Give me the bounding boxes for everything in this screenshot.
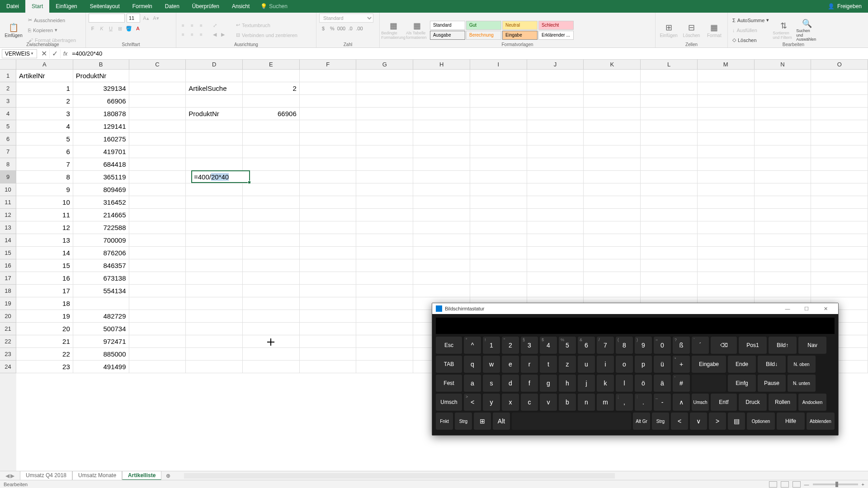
fill-color-button[interactable]: 🪣	[125, 24, 133, 33]
column-header[interactable]: B	[73, 60, 129, 70]
column-header[interactable]: E	[243, 60, 300, 70]
cell[interactable]	[811, 209, 868, 221]
cell[interactable]	[698, 171, 755, 183]
cell[interactable]	[186, 247, 243, 259]
cell[interactable]	[413, 234, 470, 247]
osk-key[interactable]: ⌫	[711, 337, 737, 354]
osk-maximize-button[interactable]: ☐	[797, 304, 816, 313]
cell[interactable]	[584, 108, 641, 120]
osk-key[interactable]: ,;	[616, 394, 633, 411]
cell[interactable]	[186, 196, 243, 209]
cell[interactable]: 673138	[73, 272, 129, 285]
italic-button[interactable]: K	[98, 24, 106, 33]
style-ausgabe[interactable]: Ausgabe	[430, 31, 465, 40]
osk-key[interactable]: q	[464, 356, 481, 373]
cell[interactable]: 14	[16, 247, 73, 259]
cell[interactable]: 17	[16, 285, 73, 297]
cell[interactable]: 722588	[73, 221, 129, 234]
shrink-font-button[interactable]: A▾	[152, 14, 160, 22]
cell[interactable]: 700009	[73, 234, 129, 247]
cell[interactable]	[698, 221, 755, 234]
cell[interactable]	[356, 209, 413, 221]
cell[interactable]	[698, 209, 755, 221]
cut-button[interactable]: ✂Ausschneiden	[26, 16, 78, 25]
cell[interactable]: 11	[16, 209, 73, 221]
cell[interactable]	[584, 234, 641, 247]
cell[interactable]	[527, 133, 584, 145]
cell[interactable]	[356, 183, 413, 196]
cell[interactable]	[584, 158, 641, 171]
osk-key[interactable]: u	[578, 356, 595, 373]
osk-key[interactable]: Strg	[455, 413, 472, 430]
cell[interactable]	[698, 285, 755, 297]
osk-key[interactable]: Pos1	[739, 337, 767, 354]
cell[interactable]	[755, 145, 811, 158]
cell[interactable]	[755, 247, 811, 259]
cell[interactable]	[129, 70, 186, 82]
cell[interactable]	[470, 70, 527, 82]
row-header[interactable]: 14	[0, 234, 16, 247]
osk-key[interactable]: f	[521, 375, 538, 392]
cell[interactable]	[811, 272, 868, 285]
cell[interactable]	[186, 348, 243, 361]
menu-tab-überprüfen[interactable]: Überprüfen	[186, 0, 226, 13]
cell[interactable]	[129, 171, 186, 183]
cell[interactable]	[584, 183, 641, 196]
cell[interactable]	[356, 133, 413, 145]
cell[interactable]	[698, 70, 755, 82]
autosum-button[interactable]: ΣAutoSumme▾	[731, 16, 771, 25]
cell[interactable]	[243, 348, 300, 361]
osk-key[interactable]: .:	[635, 394, 652, 411]
cell[interactable]	[641, 183, 698, 196]
paste-button[interactable]: 📋 Einfügen	[3, 16, 24, 45]
inc-decimal-button[interactable]: .0	[346, 24, 354, 33]
osk-key[interactable]: Ende	[728, 356, 756, 373]
cell[interactable]	[641, 145, 698, 158]
format-cells-button[interactable]: ▦Format	[704, 16, 725, 45]
delete-cells-button[interactable]: ⊟Löschen	[681, 16, 702, 45]
cell[interactable]	[129, 196, 186, 209]
cell[interactable]	[755, 82, 811, 95]
cell[interactable]: ArtikelSuche	[186, 82, 243, 95]
osk-key[interactable]: Alt Gr	[633, 413, 650, 430]
osk-key[interactable]: Fest	[436, 375, 462, 392]
cell[interactable]	[811, 95, 868, 108]
cell[interactable]	[641, 209, 698, 221]
cell[interactable]	[698, 95, 755, 108]
cell[interactable]	[129, 297, 186, 310]
cell[interactable]	[755, 108, 811, 120]
normal-view-button[interactable]	[769, 481, 777, 488]
osk-key[interactable]: l	[616, 375, 633, 392]
cell[interactable]	[129, 95, 186, 108]
cell[interactable]	[527, 145, 584, 158]
osk-key[interactable]: Umsch	[692, 394, 709, 411]
column-header[interactable]: D	[186, 60, 243, 70]
cell[interactable]	[584, 272, 641, 285]
cell[interactable]	[356, 272, 413, 285]
cell[interactable]	[186, 272, 243, 285]
cell[interactable]	[413, 272, 470, 285]
on-screen-keyboard[interactable]: Bildschirmtastatur — ☐ ✕ Esc^°1!2"3§4$5%…	[432, 303, 839, 436]
cell[interactable]	[300, 82, 357, 95]
font-family-input[interactable]	[89, 14, 125, 23]
cell[interactable]	[527, 183, 584, 196]
cell[interactable]	[186, 183, 243, 196]
cell[interactable]	[584, 120, 641, 133]
row-header[interactable]: 20	[0, 310, 16, 323]
cell[interactable]	[527, 247, 584, 259]
formula-input[interactable]	[70, 49, 868, 58]
osk-key[interactable]: ∨	[690, 413, 707, 430]
cell[interactable]	[470, 120, 527, 133]
cell[interactable]	[300, 209, 357, 221]
cell[interactable]	[584, 259, 641, 272]
cell[interactable]	[186, 145, 243, 158]
accept-formula-button[interactable]: ✓	[50, 49, 61, 58]
cell[interactable]	[243, 323, 300, 335]
cell[interactable]: 13	[16, 234, 73, 247]
cell[interactable]	[129, 108, 186, 120]
row-header[interactable]: 18	[0, 285, 16, 297]
osk-key[interactable]: <	[671, 413, 688, 430]
osk-key[interactable]: y	[483, 394, 500, 411]
cell[interactable]	[641, 108, 698, 120]
cell[interactable]	[527, 158, 584, 171]
